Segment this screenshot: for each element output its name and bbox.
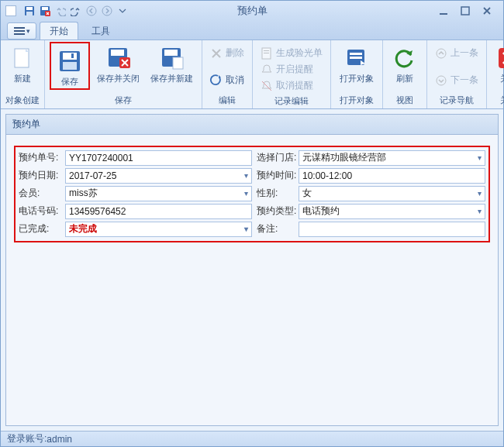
close-button-label: 关闭 (500, 73, 504, 84)
label-time: 预约时间: (252, 169, 299, 182)
bell-icon (261, 64, 273, 76)
save-highlight: 保存 (50, 42, 90, 90)
order-no-field[interactable]: YY1707240001 (65, 150, 252, 166)
remark-field[interactable] (299, 222, 485, 237)
cancel-reminder-button[interactable]: 取消提醒 (257, 77, 326, 94)
group-record-edit-label: 记录编辑 (257, 94, 326, 109)
login-user: admin (47, 434, 72, 445)
label-store: 选择门店: (252, 151, 299, 164)
time-field[interactable]: 10:00-12:00 (299, 168, 485, 184)
done-combo[interactable]: 未完成 (65, 222, 252, 237)
gender-combo[interactable]: 女 (299, 186, 485, 201)
qat-redo-button[interactable] (69, 4, 83, 18)
file-menu-button[interactable]: ▾ (7, 22, 36, 40)
svg-point-7 (102, 6, 112, 15)
svg-rect-4 (42, 7, 48, 10)
svg-rect-9 (461, 7, 469, 15)
cancel-button[interactable]: 取消 (207, 72, 247, 88)
group-close-label: 关闭 (492, 93, 504, 108)
qat-save-button[interactable] (22, 4, 36, 18)
svg-rect-11 (14, 30, 25, 32)
save-new-icon (160, 46, 185, 70)
ribbon-tabs: ▾ 开始 工具 (1, 21, 503, 40)
close-icon (496, 46, 504, 70)
store-combo[interactable]: 元谋精功眼镜经营部 (299, 150, 485, 166)
login-label: 登录账号: (7, 432, 47, 445)
svg-rect-10 (14, 27, 25, 29)
save-close-button[interactable]: 保存并关闭 (93, 42, 143, 85)
label-done: 已完成: (19, 222, 65, 236)
content-panel: 预约单 预约单号: YY1707240001 选择门店: 元谋精功眼镜经营部 预… (5, 114, 499, 426)
label-member: 会员: (19, 187, 65, 200)
group-view-label: 视图 (388, 93, 422, 108)
group-view: 刷新 视图 (383, 40, 427, 108)
label-order-no: 预约单号: (19, 151, 65, 164)
delete-icon (210, 47, 223, 60)
cancel-button-label: 取消 (226, 74, 244, 87)
tab-tools[interactable]: 工具 (81, 22, 120, 40)
tab-start[interactable]: 开始 (40, 22, 78, 40)
save-icon (24, 5, 35, 16)
open-object-button[interactable]: 打开对象 (336, 42, 378, 85)
save-new-button[interactable]: 保存并新建 (147, 42, 197, 85)
form: 预约单号: YY1707240001 选择门店: 元谋精功眼镜经营部 预约日期:… (14, 146, 490, 242)
chevron-down-icon: ▾ (26, 27, 30, 35)
arrow-right-icon (102, 5, 112, 16)
svg-rect-26 (264, 53, 269, 53)
label-gender: 性别: (252, 187, 299, 200)
prev-record-button[interactable]: 上一条 (432, 45, 482, 61)
gen-order-button[interactable]: 生成验光单 (257, 45, 326, 61)
group-edit-label: 编辑 (207, 93, 247, 108)
member-combo[interactable]: miss苏 (65, 186, 252, 201)
save-button[interactable]: 保存 (53, 45, 87, 88)
svg-rect-19 (111, 50, 124, 56)
save-new-button-label: 保存并新建 (150, 73, 193, 84)
svg-point-30 (437, 49, 446, 58)
svg-rect-32 (499, 48, 504, 68)
svg-rect-2 (26, 12, 33, 15)
close-window-button[interactable] (478, 5, 495, 17)
arrow-left-icon (86, 5, 97, 16)
ribbon: 新建 对象创建 保存 保存并关闭 保存并新建 (1, 40, 503, 109)
save-close-button-label: 保存并关闭 (97, 73, 140, 84)
svg-rect-15 (63, 53, 77, 60)
bell-off-icon (261, 80, 273, 92)
open-reminder-label: 开启提醒 (276, 63, 313, 76)
next-record-button[interactable]: 下一条 (432, 72, 482, 88)
phone-field[interactable]: 13459576452 (65, 204, 252, 219)
svg-rect-17 (71, 53, 74, 58)
qat-save-close-button[interactable] (38, 4, 52, 18)
cancel-icon (210, 74, 223, 87)
minimize-button[interactable] (435, 5, 452, 17)
redo-icon (71, 5, 81, 16)
save-close-icon (40, 5, 50, 16)
label-phone: 电话号码: (19, 205, 65, 218)
svg-rect-16 (63, 62, 77, 70)
qat-undo-button[interactable] (54, 4, 67, 18)
maximize-icon (461, 6, 470, 15)
date-field[interactable]: 2017-07-25 (65, 168, 252, 184)
svg-rect-1 (26, 7, 33, 10)
cancel-reminder-label: 取消提醒 (276, 79, 313, 92)
save-button-label: 保存 (61, 76, 78, 88)
open-icon (344, 46, 369, 70)
maximize-button[interactable] (457, 5, 474, 17)
close-button[interactable]: 关闭 (492, 42, 504, 85)
save-close-icon (106, 46, 131, 70)
open-reminder-button[interactable]: 开启提醒 (257, 61, 326, 77)
delete-button[interactable]: 删除 (207, 45, 247, 61)
new-button[interactable]: 新建 (5, 42, 40, 85)
qat-next-button[interactable] (100, 4, 114, 18)
arrow-up-icon (435, 47, 447, 60)
prev-record-label: 上一条 (450, 46, 478, 60)
group-save-label: 保存 (50, 93, 197, 108)
qat-prev-button[interactable] (85, 4, 98, 18)
qat-dropdown-button[interactable] (116, 4, 129, 18)
type-combo[interactable]: 电话预约 (299, 204, 485, 219)
window-controls (435, 5, 503, 17)
group-record-edit: 生成验光单 开启提醒 取消提醒 记录编辑 (253, 40, 331, 108)
refresh-button[interactable]: 刷新 (388, 42, 422, 85)
svg-rect-29 (350, 57, 362, 59)
new-icon (10, 46, 35, 70)
group-create: 新建 对象创建 (1, 40, 45, 108)
